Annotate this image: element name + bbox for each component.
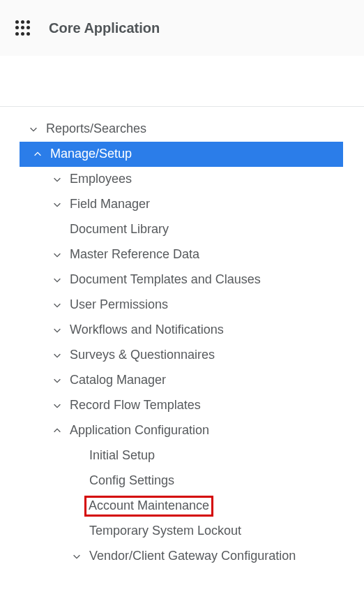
tree-item-application-configuration[interactable]: Application Configuration [0,418,364,443]
tree-item-label: Vendor/Client Gateway Configuration [89,549,296,564]
tree-item-vendor-client-gateway-configuration[interactable]: Vendor/Client Gateway Configuration [0,544,364,569]
tree-item-label: Field Manager [70,197,150,212]
tree-item-reports-searches[interactable]: Reports/Searches [0,117,364,142]
tree-item-label: Master Reference Data [70,247,199,262]
tree-item-label: Manage/Setup [50,147,132,162]
tree-item-catalog-manager[interactable]: Catalog Manager [0,368,364,393]
app-header: Core Application [0,0,364,56]
tree-item-label: Temporary System Lockout [89,524,241,539]
tree-item-label: Account Maintenance [89,498,209,512]
tree-item-label: User Permissions [70,297,168,313]
nav-tree: Reports/Searches Manage/Setup Employees … [0,117,364,569]
tree-item-label: Reports/Searches [46,121,146,137]
tree-item-record-flow-templates[interactable]: Record Flow Templates [0,393,364,418]
chevron-down-icon [28,124,39,135]
tree-item-config-settings[interactable]: Config Settings [0,468,364,494]
chevron-down-icon [52,375,63,386]
chevron-up-icon [52,425,63,436]
chevron-down-icon [52,350,63,361]
tree-item-employees[interactable]: Employees [0,167,364,192]
tree-item-temporary-system-lockout[interactable]: Temporary System Lockout [0,519,364,544]
tree-item-label: Document Library [70,222,169,237]
tree-item-label: Catalog Manager [70,373,166,388]
chevron-down-icon [52,400,63,411]
tree-item-document-library[interactable]: Document Library [0,217,364,242]
chevron-down-icon [71,551,82,562]
header-divider [0,106,364,107]
tree-item-master-reference-data[interactable]: Master Reference Data [0,242,364,267]
tree-item-account-maintenance[interactable]: Account Maintenance [0,494,364,519]
app-grid-icon[interactable] [15,20,31,36]
tree-item-workflows-notifications[interactable]: Workflows and Notifications [0,318,364,343]
chevron-down-icon [52,249,63,260]
tree-item-label: Application Configuration [70,423,209,438]
tree-item-label: Document Templates and Clauses [70,272,261,288]
tree-item-label: Initial Setup [89,448,155,464]
chevron-down-icon [52,325,63,336]
tree-item-label: Employees [70,172,132,187]
tree-item-surveys-questionnaires[interactable]: Surveys & Questionnaires [0,343,364,368]
tree-item-label: Workflows and Notifications [70,323,224,338]
chevron-up-icon [32,149,43,160]
tree-item-field-manager[interactable]: Field Manager [0,192,364,217]
tree-item-manage-setup[interactable]: Manage/Setup [20,142,343,167]
tree-item-label: Record Flow Templates [70,398,201,413]
tree-item-user-permissions[interactable]: User Permissions [0,293,364,318]
tree-item-document-templates-clauses[interactable]: Document Templates and Clauses [0,267,364,293]
tree-item-initial-setup[interactable]: Initial Setup [0,443,364,468]
page-title: Core Application [49,20,160,36]
tree-item-label: Surveys & Questionnaires [70,348,215,363]
tree-item-label: Config Settings [89,473,174,489]
chevron-down-icon [52,199,63,210]
chevron-down-icon [52,299,63,311]
highlighted-item: Account Maintenance [86,497,212,515]
chevron-down-icon [52,174,63,185]
chevron-down-icon [52,274,63,286]
